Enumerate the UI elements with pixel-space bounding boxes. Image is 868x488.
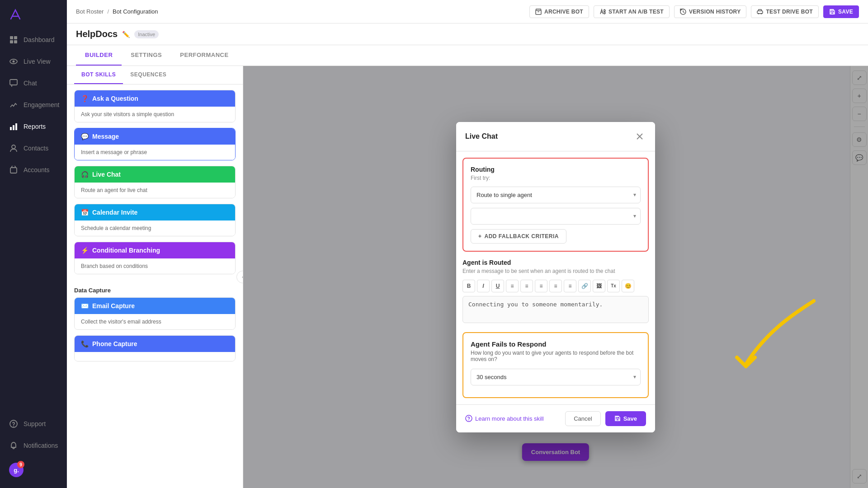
sidebar-item-accounts[interactable]: Accounts (0, 159, 66, 181)
sidebar-logo (0, 0, 66, 29)
pencil-icon[interactable]: ✏️ (122, 31, 130, 38)
timeout-select-wrapper: 30 seconds 1 minute 2 minutes 5 minutes … (471, 369, 641, 385)
bar-chart-icon (9, 122, 18, 131)
archive-label: ARCHIVE BOT (544, 9, 583, 15)
topbar: Bot Roster / Bot Configuration ARCHIVE B… (67, 0, 868, 23)
agent-routed-section: Agent is Routed Enter a message to be se… (456, 252, 655, 332)
grid-icon (9, 35, 18, 44)
status-badge: Inactive (134, 30, 159, 38)
email-skill-icon: ✉️ (81, 302, 89, 310)
ab-test-button[interactable]: START AN A/B TEST (594, 5, 670, 18)
bot-header: HelpDocs ✏️ Inactive (67, 23, 868, 45)
skill-card-calendar-invite[interactable]: 📅 Calendar Invite Schedule a calendar me… (74, 204, 236, 236)
data-capture-title: Data Capture (67, 280, 243, 297)
phone-skill-icon: 📞 (81, 340, 89, 347)
tab-performance[interactable]: PERFORMANCE (171, 45, 237, 66)
toolbar-align-left[interactable]: ≡ (506, 280, 519, 292)
toolbar-align-center[interactable]: ≡ (520, 280, 533, 292)
skill-card-email-capture[interactable]: ✉️ Email Capture Collect the visitor's e… (74, 297, 236, 330)
history-icon (680, 9, 686, 15)
learn-more-link[interactable]: Learn more about this skill (465, 415, 544, 422)
archive-bot-button[interactable]: ARCHIVE BOT (529, 5, 589, 18)
routing-title: Routing (471, 166, 641, 173)
sidebar-item-notifications[interactable]: Notifications (0, 435, 66, 456)
modal-body: Routing First try: Route to single agent… (456, 151, 655, 404)
skill-card-ask-question[interactable]: ❓ Ask a Question Ask your site visitors … (74, 90, 236, 122)
footer-actions: Cancel Save (565, 411, 646, 426)
svg-rect-8 (13, 125, 14, 130)
cancel-button[interactable]: Cancel (565, 411, 600, 426)
sidebar-item-label: Engagement (24, 101, 59, 108)
skill-name-calendar-invite: Calendar Invite (92, 209, 137, 216)
notification-badge: 9 (17, 461, 24, 468)
save-button[interactable]: SAVE (823, 5, 859, 18)
skill-card-message[interactable]: 💬 Message Insert a message or phrase (74, 128, 236, 160)
sidebar-item-reports[interactable]: Reports (0, 116, 66, 137)
close-icon (636, 133, 643, 140)
accounts-icon (9, 165, 18, 174)
route-to-select[interactable]: Route to single agent Route to team Rout… (471, 187, 641, 203)
add-fallback-label: ADD FALLBACK CRITERIA (485, 233, 559, 239)
agent-fails-title: Agent Fails to Respond (471, 340, 641, 348)
toolbar-link[interactable]: 🔗 (578, 280, 591, 292)
svg-point-13 (13, 426, 14, 427)
sidebar: Dashboard Live View Chat Engagement Repo… (0, 0, 67, 488)
chat-icon (9, 79, 18, 88)
skill-card-live-chat[interactable]: 🎧 Live Chat Route an agent for live chat (74, 166, 236, 198)
agent-routed-title: Agent is Routed (462, 259, 649, 266)
skill-card-phone-capture[interactable]: 📞 Phone Capture (74, 335, 236, 361)
toolbar-unordered-list[interactable]: ≡ (564, 280, 576, 292)
toolbar-clear-formatting[interactable]: Tx (607, 280, 620, 292)
close-button[interactable] (633, 130, 646, 143)
tab-bot-skills[interactable]: BOT SKILLS (74, 66, 123, 84)
agent-routed-message[interactable]: Connecting you to someone momentarily. (462, 296, 649, 323)
sidebar-navigation: Dashboard Live View Chat Engagement Repo… (0, 29, 66, 413)
add-fallback-button[interactable]: + ADD FALLBACK CRITERIA (471, 229, 566, 244)
sidebar-item-dashboard[interactable]: Dashboard (0, 29, 66, 51)
timeout-select[interactable]: 30 seconds 1 minute 2 minutes 5 minutes (471, 369, 641, 385)
question-skill-icon: ❓ (81, 95, 89, 102)
toolbar-underline[interactable]: U (491, 280, 504, 292)
skills-tabs: BOT SKILLS SEQUENCES (67, 66, 243, 84)
toolbar-bold[interactable]: B (462, 280, 475, 292)
car-icon (757, 9, 763, 15)
breadcrumb: Bot Roster / Bot Configuration (76, 8, 158, 15)
sidebar-item-support[interactable]: Support (0, 413, 66, 435)
skill-name-live-chat: Live Chat (92, 171, 121, 178)
sidebar-item-avatar[interactable]: g. 9 (0, 456, 66, 483)
tabs: BUILDER SETTINGS PERFORMANCE (67, 45, 868, 66)
breadcrumb-parent[interactable]: Bot Roster (76, 8, 104, 15)
skill-name-conditional-branching: Conditional Branching (92, 247, 160, 254)
sidebar-item-chat[interactable]: Chat (0, 72, 66, 94)
toolbar-emoji[interactable]: 😊 (622, 280, 634, 292)
toolbar-italic[interactable]: I (477, 280, 490, 292)
tab-settings[interactable]: SETTINGS (122, 45, 171, 66)
save-modal-button[interactable]: Save (605, 411, 646, 426)
editor-toolbar: B I U ≡ ≡ ≡ ≡ ≡ 🔗 🖼 Tx (462, 280, 649, 292)
sidebar-item-label: Chat (24, 80, 37, 87)
sidebar-item-contacts[interactable]: Contacts (0, 137, 66, 159)
skill-name-message: Message (92, 133, 119, 140)
skill-body-message: Insert a message or phrase (75, 145, 235, 160)
tab-builder[interactable]: BUILDER (76, 45, 122, 66)
eye-icon (9, 57, 18, 66)
agent-select[interactable] (471, 208, 641, 225)
logo-icon (9, 8, 22, 21)
tab-sequences[interactable]: SEQUENCES (123, 66, 174, 84)
modal-title: Live Chat (465, 132, 498, 141)
sidebar-item-live-view[interactable]: Live View (0, 51, 66, 72)
test-drive-button[interactable]: TEST DRIVE BOT (751, 5, 819, 18)
question-circle-icon (465, 415, 472, 422)
branching-skill-icon: ⚡ (81, 247, 89, 254)
toolbar-image[interactable]: 🖼 (593, 280, 605, 292)
agent-routed-desc: Enter a message to be sent when an agent… (462, 268, 649, 274)
svg-rect-21 (831, 9, 833, 11)
version-history-button[interactable]: VERSION HISTORY (674, 5, 747, 18)
ab-icon (599, 9, 606, 15)
route-select-wrapper: Route to single agent Route to team Rout… (471, 187, 641, 203)
toolbar-ordered-list[interactable]: ≡ (549, 280, 562, 292)
skill-header-email-capture: ✉️ Email Capture (75, 298, 235, 314)
skill-card-conditional-branching[interactable]: ⚡ Conditional Branching Branch based on … (74, 242, 236, 274)
toolbar-align-right[interactable]: ≡ (535, 280, 547, 292)
sidebar-item-engagement[interactable]: Engagement (0, 94, 66, 116)
